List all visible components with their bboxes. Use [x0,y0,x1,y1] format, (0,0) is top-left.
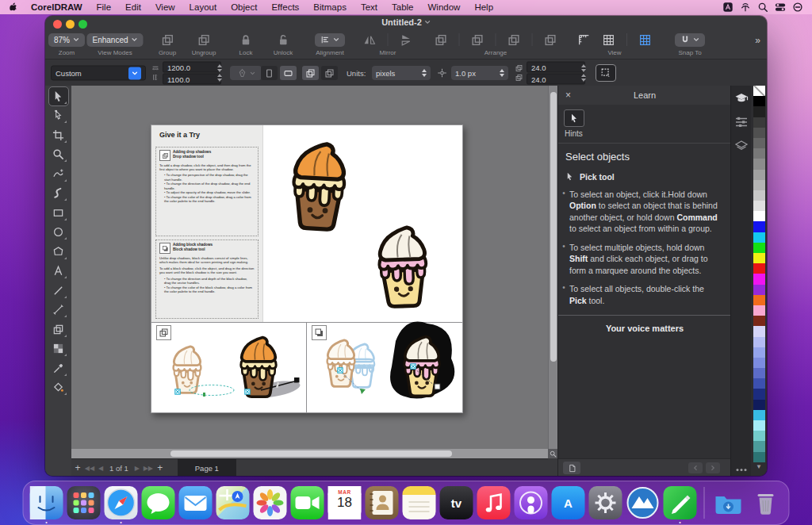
toolbox-tool[interactable] [49,359,68,377]
toolbox-tool[interactable] [49,126,68,144]
dock-app[interactable] [142,486,175,519]
objects-docker-tab[interactable] [734,139,749,153]
menu-item[interactable]: Edit [118,2,148,12]
toolbox-tool[interactable] [49,282,68,300]
next-page-button[interactable]: ▶ [132,465,143,472]
forward-button[interactable] [706,462,720,473]
color-swatch[interactable] [753,285,765,295]
portrait-button[interactable] [261,66,278,80]
add-page-button-2[interactable]: + [154,462,167,473]
close-button[interactable] [53,20,62,29]
cupcake-orange[interactable] [274,139,363,236]
duplicate-x-field[interactable]: 24.0 [527,62,585,73]
toolbox-tool[interactable] [49,320,68,339]
color-swatch[interactable] [753,96,765,106]
color-swatch[interactable] [753,190,765,201]
color-swatch[interactable] [753,148,765,159]
horizontal-scrollbar-thumb[interactable] [170,450,452,457]
color-swatch[interactable] [753,243,765,253]
menu-item[interactable]: Effects [264,2,306,12]
toolbox-tool[interactable] [49,165,68,183]
duplicate-distance-steppers[interactable] [581,64,586,82]
palette-scroll-down-icon[interactable]: ▼ [751,463,767,470]
menu-item[interactable]: Help [467,2,500,12]
dock-app[interactable] [589,486,622,519]
color-swatch[interactable] [753,180,765,190]
duplicate-y-field[interactable]: 24.0 [527,74,585,85]
color-swatch[interactable] [753,159,765,169]
color-swatch[interactable] [753,431,765,441]
menu-item[interactable]: View [148,2,182,12]
toolbox-tool[interactable] [49,243,68,261]
last-page-button[interactable]: ▶▶ [143,465,154,472]
color-swatch[interactable] [753,201,765,211]
menu-status-icon[interactable] [756,2,769,13]
toolbox-tool[interactable] [49,87,68,105]
color-swatch[interactable] [753,232,765,243]
all-pages-button[interactable] [302,66,319,80]
to-back-button[interactable] [471,33,485,47]
dock-app[interactable] [67,486,101,519]
mirror-vertical-button[interactable] [400,33,413,47]
menu-status-icon[interactable] [739,2,752,13]
minimize-button[interactable] [66,20,75,29]
color-swatch[interactable] [753,138,765,148]
menu-item[interactable]: Window [420,2,467,12]
view-mode-dropdown[interactable]: Enhanced [86,33,143,47]
apple-menu-icon[interactable] [10,2,19,13]
scroll-zoom-button[interactable] [548,449,557,458]
color-swatch[interactable] [753,106,765,117]
vertical-scrollbar-thumb[interactable] [550,92,557,362]
color-swatch[interactable] [753,211,765,221]
color-swatch[interactable] [753,263,765,274]
color-swatch[interactable] [753,117,765,128]
learn-docker-tab[interactable] [734,91,749,105]
units-dropdown[interactable]: pixels [372,66,431,80]
toolbox-tool[interactable] [49,339,68,358]
landscape-button[interactable] [280,66,297,80]
dock-app[interactable] [403,486,436,519]
dock-item[interactable] [712,486,745,519]
hints-mode-button[interactable] [564,109,584,127]
color-swatch[interactable] [753,253,765,263]
menu-status-icon[interactable] [774,2,787,13]
dock-app[interactable]: • [105,486,138,519]
color-swatch[interactable] [753,452,765,462]
dock-app[interactable] [254,486,287,519]
grid-toggle[interactable] [602,33,615,47]
group-button[interactable] [160,33,174,47]
page-height-field[interactable]: 1100.0 [163,74,221,85]
back-one-button[interactable] [544,33,557,47]
toolbox-tool[interactable] [49,301,68,319]
current-page-button[interactable] [321,66,338,80]
horizontal-scrollbar[interactable] [71,449,548,458]
prev-page-button[interactable]: ◀ [95,465,106,472]
menu-item[interactable]: Text [354,2,385,12]
document-grid-toggle-active[interactable] [638,33,652,47]
color-swatch[interactable] [753,337,765,347]
color-swatch[interactable] [753,305,765,316]
nudge-distance-field[interactable]: 1.0 px [451,66,508,80]
color-swatch[interactable] [753,378,765,389]
cupcake-pink[interactable] [362,224,443,312]
dock-app[interactable]: A [552,486,585,519]
color-swatch[interactable] [753,326,765,336]
color-swatch[interactable] [753,368,765,378]
first-page-button[interactable]: ◀◀ [84,465,95,472]
dock-item[interactable] [749,486,783,519]
color-swatch[interactable] [753,295,765,305]
dock-app[interactable] [515,486,548,519]
color-swatch[interactable] [753,420,765,431]
toolbox-tool[interactable] [49,204,68,222]
toolbox-tool[interactable] [49,223,68,241]
document-page[interactable]: Give it a Try Adding drop shadowsDrop sh… [151,125,463,413]
color-swatch[interactable] [753,221,765,232]
color-swatch[interactable] [753,347,765,358]
color-swatch[interactable] [753,128,765,138]
color-swatch[interactable] [753,316,765,326]
dock-app[interactable] [179,486,213,519]
browse-content-button[interactable] [563,462,580,474]
dock-app[interactable]: • [30,486,63,519]
add-page-button[interactable]: + [71,462,84,473]
snap-to-dropdown[interactable] [675,33,705,47]
